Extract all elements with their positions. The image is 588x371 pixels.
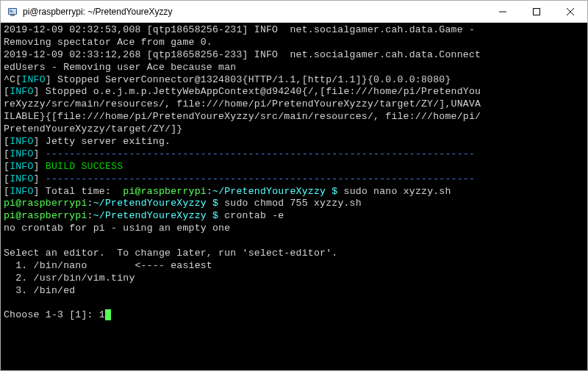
editor-option: 1. /bin/nano <---- easiest (4, 260, 212, 271)
command: sudo nano xyzzy.sh (337, 186, 451, 197)
info-tag: INFO (10, 136, 33, 147)
log-line: [INFO] Jetty server exiting. (4, 136, 171, 147)
titlebar[interactable]: pi@raspberrypi: ~/PretendYoureXyzzy (1, 1, 587, 23)
command: crontab -e (218, 210, 284, 221)
putty-window: pi@raspberrypi: ~/PretendYoureXyzzy 2019… (0, 0, 588, 371)
log-line: ^C[INFO] Stopped ServerConnector@1324803… (4, 74, 451, 85)
dashes: ----------------------------------------… (46, 148, 475, 159)
svg-rect-2 (10, 15, 15, 16)
command: sudo chmod 755 xyzzy.sh (218, 198, 362, 209)
log-line: [INFO] ---------------------------------… (4, 173, 475, 184)
log-line: ILABLE}{[file:///home/pi/PretendYoureXyz… (4, 111, 481, 122)
build-success: BUILD SUCCESS (46, 161, 123, 172)
prompt-user: pi@raspberrypi (4, 198, 87, 209)
log-line: PretendYoureXyzzy/target/ZY/]} (4, 123, 182, 134)
window-controls (486, 1, 587, 22)
log-line: [INFO] BUILD SUCCESS (4, 161, 123, 172)
editor-option: 2. /usr/bin/vim.tiny (4, 273, 135, 284)
output-line: no crontab for pi - using an empty one (4, 223, 230, 234)
log-line: [INFO] Total time: pi@raspberrypi:~/Pret… (4, 186, 451, 197)
info-tag: INFO (10, 173, 33, 184)
log-line: 2019-12-09 02:33:12,268 [qtp18658256-233… (4, 49, 481, 60)
output-line: Select an editor. To change later, run '… (4, 248, 337, 259)
prompt-path: ~/PretendYoureXyzzy $ (93, 210, 218, 221)
prompt-line: pi@raspberrypi:~/PretendYoureXyzzy $ cro… (4, 210, 284, 221)
blank-line (4, 235, 10, 246)
info-tag: INFO (10, 148, 33, 159)
putty-icon (7, 6, 18, 18)
info-tag: INFO (10, 186, 33, 197)
close-button[interactable] (553, 1, 587, 22)
log-line: edUsers - Removing user Ace because man (4, 62, 236, 73)
info-tag: INFO (21, 74, 45, 85)
blank-line (4, 298, 10, 309)
log-line: Removing spectator Ace from game 0. (4, 37, 212, 48)
prompt-line: pi@raspberrypi:~/PretendYoureXyzzy $ sud… (4, 198, 362, 209)
prompt-user: pi@raspberrypi (4, 210, 87, 221)
cursor (105, 309, 111, 320)
terminal-area[interactable]: 2019-12-09 02:32:53,008 [qtp18658256-231… (1, 23, 587, 370)
choose-prompt: Choose 1-3 [1]: 1 (4, 309, 111, 320)
editor-option: 3. /bin/ed (4, 285, 75, 296)
prompt-path: ~/PretendYoureXyzzy $ (212, 186, 337, 197)
log-line: [INFO] Stopped o.e.j.m.p.JettyWebAppCont… (4, 86, 481, 97)
info-tag: INFO (10, 86, 33, 97)
svg-rect-6 (534, 8, 540, 15)
log-line: reXyzzy/src/main/resources/, file:///hom… (4, 98, 481, 109)
svg-line-7 (567, 8, 574, 15)
prompt-path: ~/PretendYoureXyzzy $ (93, 198, 218, 209)
log-line: [INFO] ---------------------------------… (4, 148, 475, 159)
dashes: ----------------------------------------… (46, 173, 475, 184)
info-tag: INFO (10, 161, 33, 172)
svg-line-8 (567, 8, 574, 15)
window-title: pi@raspberrypi: ~/PretendYoureXyzzy (23, 7, 486, 17)
maximize-button[interactable] (520, 1, 553, 22)
log-line: 2019-12-09 02:32:53,008 [qtp18658256-231… (4, 24, 475, 35)
prompt-user: pi@raspberrypi (123, 186, 207, 197)
minimize-button[interactable] (486, 1, 520, 22)
